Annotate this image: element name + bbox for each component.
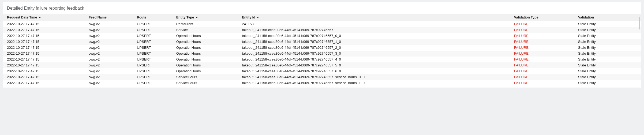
cell-validation-type: FAILURE	[510, 57, 574, 62]
cell-validation-type: FAILURE	[510, 27, 574, 33]
cell-entity-id: takeout_241158-ccea30e6-44df-4514-b069-7…	[238, 74, 510, 80]
col-feed-name[interactable]: Feed Name	[85, 14, 133, 21]
cell-validation: Stale Entity	[574, 51, 641, 57]
cell-route: UPSERT	[133, 57, 173, 62]
col-request-date-time[interactable]: Request Date Time	[3, 14, 85, 21]
cell-feed-name: owg.v2	[85, 80, 133, 86]
table-header-row: Request Date Time Feed Name Route Entity…	[3, 14, 641, 21]
table-row: 2022-10-27 17:47:15owg.v2UPSERTOperation…	[3, 33, 641, 39]
col-label: Request Date Time	[7, 16, 37, 19]
cell-request-date-time: 2022-10-27 17:47:15	[3, 51, 85, 57]
cell-request-date-time: 2022-10-27 17:47:15	[3, 39, 85, 45]
col-label: Validation Type	[514, 16, 538, 19]
cell-feed-name: owg.v2	[85, 45, 133, 51]
cell-validation-type: FAILURE	[510, 80, 574, 86]
cell-entity-type: ServiceHours	[173, 80, 238, 86]
cell-route: UPSERT	[133, 39, 173, 45]
cell-validation: Stale Entity	[574, 80, 641, 86]
col-validation-type[interactable]: Validation Type	[510, 14, 574, 21]
table-row: 2022-10-27 17:47:15owg.v2UPSERTRestauran…	[3, 21, 641, 27]
cell-entity-id: 241158	[238, 21, 510, 27]
cell-validation: Stale Entity	[574, 21, 641, 27]
cell-feed-name: owg.v2	[85, 21, 133, 27]
cell-request-date-time: 2022-10-27 17:47:15	[3, 21, 85, 27]
cell-route: UPSERT	[133, 33, 173, 39]
cell-request-date-time: 2022-10-27 17:47:15	[3, 74, 85, 80]
col-label: Route	[137, 16, 146, 19]
cell-entity-type: OperationHours	[173, 39, 238, 45]
cell-request-date-time: 2022-10-27 17:47:15	[3, 62, 85, 68]
cell-route: UPSERT	[133, 51, 173, 57]
table-row: 2022-10-27 17:47:15owg.v2UPSERTOperation…	[3, 62, 641, 68]
col-label: Entity Type	[176, 16, 194, 19]
cell-validation-type: FAILURE	[510, 45, 574, 51]
cell-validation-type: FAILURE	[510, 62, 574, 68]
cell-validation-type: FAILURE	[510, 68, 574, 74]
cell-entity-id: takeout_241158-ccea30e6-44df-4514-b069-7…	[238, 45, 510, 51]
table-body: 2022-10-27 17:47:15owg.v2UPSERTRestauran…	[3, 21, 641, 86]
col-entity-id[interactable]: Entity Id	[238, 14, 510, 21]
col-label: Entity Id	[242, 16, 255, 19]
table-row: 2022-10-27 17:47:15owg.v2UPSERTServiceta…	[3, 27, 641, 33]
cell-entity-type: OperationHours	[173, 51, 238, 57]
scrollbar-thumb[interactable]	[639, 17, 640, 29]
table-row: 2022-10-27 17:47:15owg.v2UPSERTServiceHo…	[3, 80, 641, 86]
cell-entity-type: OperationHours	[173, 45, 238, 51]
cell-feed-name: owg.v2	[85, 51, 133, 57]
cell-entity-id: takeout_241158-ccea30e6-44df-4514-b069-7…	[238, 80, 510, 86]
cell-validation-type: FAILURE	[510, 51, 574, 57]
cell-feed-name: owg.v2	[85, 68, 133, 74]
cell-feed-name: owg.v2	[85, 57, 133, 62]
cell-request-date-time: 2022-10-27 17:47:15	[3, 33, 85, 39]
cell-entity-type: Restaurant	[173, 21, 238, 27]
cell-entity-type: OperationHours	[173, 57, 238, 62]
cell-entity-id: takeout_241158-ccea30e6-44df-4514-b069-7…	[238, 57, 510, 62]
cell-feed-name: owg.v2	[85, 27, 133, 33]
cell-request-date-time: 2022-10-27 17:47:15	[3, 57, 85, 62]
cell-request-date-time: 2022-10-27 17:47:15	[3, 80, 85, 86]
cell-route: UPSERT	[133, 27, 173, 33]
cell-feed-name: owg.v2	[85, 39, 133, 45]
cell-route: UPSERT	[133, 74, 173, 80]
cell-validation: Stale Entity	[574, 62, 641, 68]
table-row: 2022-10-27 17:47:15owg.v2UPSERTOperation…	[3, 45, 641, 51]
cell-request-date-time: 2022-10-27 17:47:15	[3, 68, 85, 74]
cell-entity-id: takeout_241158-ccea30e6-44df-4514-b069-7…	[238, 62, 510, 68]
cell-route: UPSERT	[133, 21, 173, 27]
table-row: 2022-10-27 17:47:15owg.v2UPSERTOperation…	[3, 57, 641, 62]
cell-feed-name: owg.v2	[85, 74, 133, 80]
cell-entity-id: takeout_241158-ccea30e6-44df-4514-b069-7…	[238, 68, 510, 74]
cell-route: UPSERT	[133, 62, 173, 68]
cell-validation-type: FAILURE	[510, 74, 574, 80]
table-row: 2022-10-27 17:47:15owg.v2UPSERTServiceHo…	[3, 74, 641, 80]
report-table: Request Date Time Feed Name Route Entity…	[3, 14, 641, 86]
sort-desc-icon	[39, 16, 41, 20]
report-card: Detailed Entity failure reporting feedba…	[3, 2, 641, 88]
cell-validation-type: FAILURE	[510, 39, 574, 45]
cell-route: UPSERT	[133, 80, 173, 86]
cell-feed-name: owg.v2	[85, 33, 133, 39]
cell-request-date-time: 2022-10-27 17:47:15	[3, 27, 85, 33]
col-route[interactable]: Route	[133, 14, 173, 21]
cell-route: UPSERT	[133, 45, 173, 51]
col-entity-type[interactable]: Entity Type	[173, 14, 238, 21]
cell-entity-id: takeout_241158-ccea30e6-44df-4514-b069-7…	[238, 51, 510, 57]
cell-validation: Stale Entity	[574, 27, 641, 33]
cell-validation: Stale Entity	[574, 45, 641, 51]
col-validation[interactable]: Validation	[574, 14, 641, 21]
cell-validation-type: FAILURE	[510, 21, 574, 27]
cell-entity-type: OperationHours	[173, 68, 238, 74]
table-row: 2022-10-27 17:47:15owg.v2UPSERTOperation…	[3, 68, 641, 74]
cell-entity-type: OperationHours	[173, 62, 238, 68]
cell-entity-type: ServiceHours	[173, 74, 238, 80]
cell-feed-name: owg.v2	[85, 62, 133, 68]
cell-validation: Stale Entity	[574, 33, 641, 39]
table-row: 2022-10-27 17:47:15owg.v2UPSERTOperation…	[3, 39, 641, 45]
cell-entity-id: takeout_241158-ccea30e6-44df-4514-b069-7…	[238, 27, 510, 33]
cell-entity-id: takeout_241158-ccea30e6-44df-4514-b069-7…	[238, 33, 510, 39]
cell-validation: Stale Entity	[574, 57, 641, 62]
cell-validation: Stale Entity	[574, 68, 641, 74]
sort-asc-icon	[196, 16, 198, 20]
cell-request-date-time: 2022-10-27 17:47:15	[3, 45, 85, 51]
cell-validation: Stale Entity	[574, 39, 641, 45]
